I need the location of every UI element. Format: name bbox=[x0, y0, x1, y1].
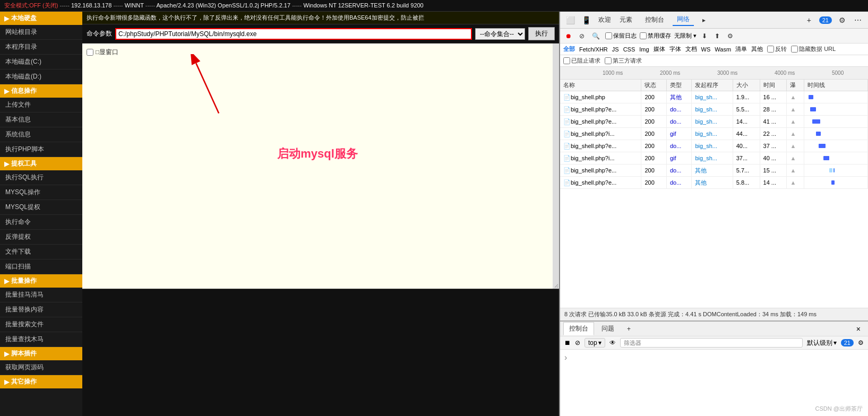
console-settings-icon[interactable]: ⚙ bbox=[858, 339, 864, 346]
clear-btn[interactable]: ⊘ bbox=[577, 31, 587, 41]
filter-fetch-xhr[interactable]: Fetch/XHR bbox=[579, 46, 608, 53]
command-dropdown[interactable]: --命令集合-- bbox=[475, 28, 525, 40]
devtools-more-icon[interactable]: ⋯ bbox=[852, 14, 864, 26]
filter-js[interactable]: JS bbox=[612, 46, 619, 53]
folder-icon: ▶ bbox=[4, 15, 9, 22]
throttle-select[interactable]: 无限制 ▾ bbox=[674, 32, 697, 40]
filter-doc[interactable]: 文档 bbox=[685, 45, 697, 53]
sidebar-item-basic-info[interactable]: 基本信息 bbox=[0, 112, 82, 127]
sidebar-item-batch-replace[interactable]: 批量替换内容 bbox=[0, 302, 82, 317]
import-btn[interactable]: ⬇ bbox=[700, 31, 709, 41]
invert-checkbox[interactable] bbox=[767, 46, 774, 53]
filter-wasm[interactable]: Wasm bbox=[715, 46, 731, 53]
sidebar-item-progdir[interactable]: 本程序目录 bbox=[0, 40, 82, 55]
preserve-log-checkbox[interactable] bbox=[605, 32, 612, 39]
file-icon: 📄 bbox=[563, 118, 571, 125]
export-btn[interactable]: ⬆ bbox=[712, 31, 722, 41]
settings-btn[interactable]: ⚙ bbox=[725, 31, 735, 41]
devtools-tab-console[interactable]: 控制台 bbox=[641, 14, 668, 25]
sidebar-item-upload[interactable]: 上传文件 bbox=[0, 98, 82, 112]
table-row[interactable]: 📄big_shell.php?e... 200 do... big_sh... … bbox=[560, 116, 868, 128]
filter-css[interactable]: CSS bbox=[623, 46, 635, 53]
table-row[interactable]: 📄big_shell.php?i... 200 gif big_sh... 44… bbox=[560, 128, 868, 140]
filter-all[interactable]: 全部 bbox=[563, 45, 575, 53]
table-row[interactable]: 📄big_shell.php?e... 200 do... 其他 5.7... … bbox=[560, 164, 868, 177]
sidebar-item-batch-findtrojan[interactable]: 批量查找木马 bbox=[0, 332, 82, 347]
command-input[interactable] bbox=[115, 28, 472, 40]
exec-button[interactable]: 执行 bbox=[528, 27, 555, 40]
filter-media[interactable]: 媒体 bbox=[654, 45, 665, 53]
terminal-output: □显窗口 启动mysql服务 bbox=[82, 44, 553, 289]
terminal-area: □显窗口 启动mysql服务 bbox=[82, 44, 559, 289]
cell-type: do... bbox=[666, 116, 691, 128]
table-row[interactable]: 📄big_shell.php 200 其他 big_sh... 1.9... 1… bbox=[560, 91, 868, 103]
devtools-tab-more[interactable]: ▸ bbox=[698, 15, 710, 25]
filter-other[interactable]: 其他 bbox=[751, 45, 763, 53]
tab-issues[interactable]: 问题 bbox=[596, 323, 620, 335]
filter-font[interactable]: 字体 bbox=[669, 45, 681, 53]
sidebar-item-sql-exec[interactable]: 执行SQL执行 bbox=[0, 170, 82, 185]
element-inspector-icon[interactable]: ⬜ bbox=[564, 14, 576, 26]
sidebar-item-port-scan[interactable]: 端口扫描 bbox=[0, 259, 82, 274]
third-party-checkbox[interactable] bbox=[605, 57, 612, 64]
console-clear-icon[interactable]: ⊘ bbox=[575, 339, 580, 346]
disable-cache-checkbox[interactable] bbox=[640, 32, 647, 39]
terminal-resize-handle[interactable] bbox=[553, 44, 559, 289]
cell-waterfall: ▲ bbox=[787, 140, 804, 152]
disable-cache-label[interactable]: 禁用缓存 bbox=[640, 32, 671, 40]
table-row[interactable]: 📄big_shell.php?e... 200 do... big_sh... … bbox=[560, 103, 868, 116]
console-filter-input[interactable] bbox=[620, 338, 803, 348]
console-eye-icon[interactable]: 👁 bbox=[609, 339, 616, 346]
tick-4000ms: 4000 ms bbox=[775, 70, 795, 76]
blocked-req-label[interactable]: 已阻止请求 bbox=[563, 57, 600, 65]
cell-waterfall: ▲ bbox=[787, 103, 804, 116]
device-emulator-icon[interactable]: 📱 bbox=[580, 14, 592, 26]
sidebar-item-diskd[interactable]: 本地磁盘(D:) bbox=[0, 70, 82, 84]
col-time: 时间 bbox=[760, 80, 787, 91]
sidebar-section-local-disk: ▶ 本地硬盘 bbox=[0, 12, 82, 25]
console-level-selector[interactable]: 默认级别 ▾ bbox=[807, 339, 837, 348]
sidebar-item-mysql-priv[interactable]: MYSQL提权 bbox=[0, 200, 82, 215]
sidebar-item-webroot[interactable]: 网站根目录 bbox=[0, 25, 82, 40]
filter-manifest[interactable]: 清单 bbox=[735, 45, 747, 53]
devtools-add-tab-icon[interactable]: + bbox=[803, 14, 815, 26]
cell-timeline bbox=[804, 177, 868, 189]
devtools-settings-icon[interactable]: ⚙ bbox=[836, 14, 848, 26]
blocked-req-checkbox[interactable] bbox=[563, 57, 570, 64]
hide-data-url-checkbox[interactable] bbox=[791, 46, 798, 53]
sidebar-item-mysql-ops[interactable]: MYSQL操作 bbox=[0, 185, 82, 200]
sidebar-section-script-plugins: ▶ 脚本插件 bbox=[0, 347, 82, 360]
hide-data-url-label[interactable]: 隐藏数据 URL bbox=[791, 45, 836, 53]
sidebar-item-exec-cmd[interactable]: 执行命令 bbox=[0, 215, 82, 230]
preserve-log-label[interactable]: 保留日志 bbox=[605, 32, 637, 40]
show-window-checkbox[interactable] bbox=[87, 49, 93, 56]
table-row[interactable]: 📄big_shell.php?i... 200 gif big_sh... 37… bbox=[560, 152, 868, 164]
table-row[interactable]: 📄big_shell.php?e... 200 do... big_sh... … bbox=[560, 140, 868, 152]
sidebar-item-sysinfo[interactable]: 系统信息 bbox=[0, 127, 82, 142]
devtools-tab-elements[interactable]: 元素 bbox=[615, 14, 637, 25]
invert-label[interactable]: 反转 bbox=[767, 45, 787, 53]
third-party-label[interactable]: 第三方请求 bbox=[605, 57, 642, 65]
sidebar-item-php-exec[interactable]: 执行PHP脚本 bbox=[0, 142, 82, 157]
sidebar-item-batch-trojan[interactable]: 批量挂马清马 bbox=[0, 288, 82, 302]
sidebar-item-file-download[interactable]: 文件下载 bbox=[0, 245, 82, 259]
table-row[interactable]: 📄big_shell.php?e... 200 do... 其他 5.8... … bbox=[560, 177, 868, 189]
record-btn[interactable]: ⏺ bbox=[563, 31, 574, 41]
tab-console[interactable]: 控制台 bbox=[563, 322, 594, 335]
sidebar-item-diskc[interactable]: 本地磁盘(C:) bbox=[0, 55, 82, 70]
console-close-btn[interactable]: × bbox=[852, 324, 865, 334]
search-btn[interactable]: 🔍 bbox=[590, 31, 602, 41]
sidebar-item-reverse-shell[interactable]: 反弹提权 bbox=[0, 230, 82, 245]
cell-size: 14... bbox=[733, 116, 760, 128]
console-stop-icon[interactable]: ⏹ bbox=[564, 339, 571, 346]
devtools-tab-network[interactable]: 网络 bbox=[673, 14, 694, 26]
cell-time: 22 ... bbox=[760, 128, 787, 140]
console-context-selector[interactable]: top ▾ bbox=[585, 338, 605, 348]
cell-status: 200 bbox=[641, 91, 666, 103]
cell-timeline bbox=[804, 91, 868, 103]
tab-add[interactable]: + bbox=[622, 324, 636, 334]
filter-ws[interactable]: WS bbox=[701, 46, 711, 53]
sidebar-item-get-source[interactable]: 获取网页源码 bbox=[0, 360, 82, 375]
sidebar-item-batch-search[interactable]: 批量搜索文件 bbox=[0, 317, 82, 332]
filter-img[interactable]: Img bbox=[639, 46, 649, 53]
